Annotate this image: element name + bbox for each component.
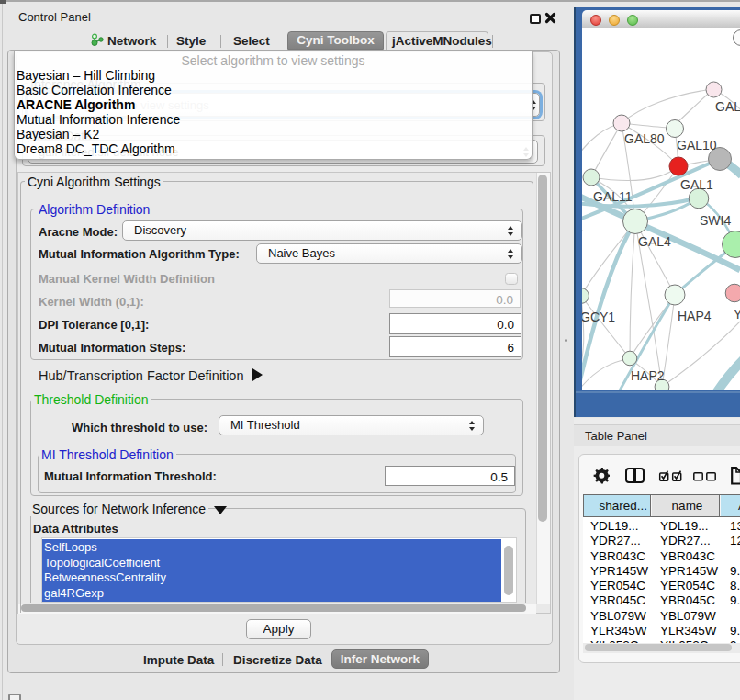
svg-text:GAL7: GAL7 [715, 99, 740, 114]
svg-text:Y: Y [734, 307, 740, 322]
svg-text:GAL4: GAL4 [638, 234, 671, 249]
svg-text:GAL10: GAL10 [677, 138, 717, 152]
svg-text:GAL80: GAL80 [624, 131, 665, 146]
svg-text:HAP4: HAP4 [678, 309, 712, 323]
svg-text:GAL11: GAL11 [593, 189, 633, 204]
svg-text:SWI4: SWI4 [700, 213, 731, 228]
svg-text:HAP2: HAP2 [631, 368, 665, 383]
svg-text:GAL1: GAL1 [680, 177, 713, 192]
svg-text:GCY1: GCY1 [582, 310, 615, 324]
